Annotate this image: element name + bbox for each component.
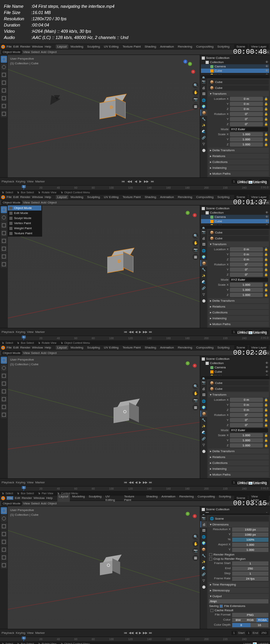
tab-uv[interactable]: UV Editing (104, 494, 122, 502)
outliner-camera[interactable]: Camera👁 (201, 365, 269, 370)
ptab-particle[interactable]: ✨ (200, 122, 207, 128)
tl-playback[interactable]: Playback (2, 330, 14, 334)
timeline-cursor[interactable] (23, 186, 24, 190)
rot-z[interactable]: 0° (230, 122, 263, 126)
camera-icon[interactable]: 📷 (192, 247, 199, 253)
next-key-icon[interactable]: ▶▶ (143, 180, 149, 183)
menu-add[interactable]: Add (41, 50, 46, 54)
ptab-view[interactable]: 🖼 (200, 91, 207, 97)
menu-add[interactable]: Add (41, 351, 46, 355)
navigation-gizmo[interactable]: XYZ (176, 59, 196, 78)
ptab-data[interactable]: ▽ (200, 291, 207, 297)
tool-move[interactable] (1, 71, 7, 78)
tool-measure[interactable] (1, 261, 7, 268)
tab-scripting[interactable]: Scripting (217, 494, 233, 502)
output-path[interactable]: /tmp\ (209, 599, 268, 603)
tab-layout[interactable]: Layout (56, 44, 68, 49)
menu-edit[interactable]: Edit (13, 195, 19, 199)
timeline-track[interactable]: 020406080100120140160180200220240 (0, 486, 270, 491)
menu-file[interactable]: File (7, 45, 12, 48)
tab-rendering[interactable]: Rendering (176, 44, 194, 49)
mode-vertex[interactable]: Vertex Paint (8, 221, 41, 226)
tool-move[interactable] (1, 222, 7, 229)
tab-animation[interactable]: Animation (158, 195, 176, 199)
ptab-constraint[interactable]: 🔗 (200, 285, 207, 291)
outliner-scene[interactable]: Scene Collection (201, 56, 269, 60)
navigation-gizmo[interactable]: XYZ (184, 360, 196, 372)
tab-shading[interactable]: Shading (143, 345, 158, 350)
tool-scale[interactable] (1, 388, 7, 395)
outliner-collection[interactable]: Collection👁 (201, 211, 269, 215)
tl-playback[interactable]: Playback (2, 180, 14, 183)
ptab-scene[interactable]: 🌐 (200, 97, 207, 103)
tab-compositing[interactable]: Compositing (195, 345, 215, 350)
tab-compositing[interactable]: Compositing (195, 195, 215, 199)
tab-texture[interactable]: Texture Paint (121, 44, 142, 49)
navigation-gizmo[interactable]: XYZ (184, 209, 196, 221)
tl-marker[interactable]: Marker (35, 180, 45, 183)
tab-texture[interactable]: Texture Paint (121, 345, 142, 350)
tool-measure[interactable] (1, 411, 7, 418)
tl-view[interactable]: View (27, 180, 34, 183)
aspect-y[interactable]: 1.000 (232, 548, 268, 552)
ptab-modifier[interactable]: 🔧 (200, 116, 207, 122)
rot-y[interactable]: 0° (230, 117, 263, 121)
current-frame[interactable]: 1 (231, 330, 237, 334)
tab-shading[interactable]: Shading (143, 195, 158, 199)
timeline-cursor[interactable] (23, 637, 24, 641)
tab-sculpting[interactable]: Sculpting (85, 195, 101, 199)
tab-modeling[interactable]: Modeling (69, 345, 85, 350)
tab-layout[interactable]: Layout (57, 494, 70, 502)
menu-window[interactable]: Window (34, 496, 44, 500)
timeline-track[interactable]: 020406080100120140160180200220240 (0, 336, 270, 340)
tab-modeling[interactable]: Modeling (69, 195, 85, 199)
res-x[interactable]: 1920 px (232, 527, 268, 532)
tab-animation[interactable]: Animation (158, 345, 176, 350)
scl-z[interactable]: 1.000 (230, 293, 263, 297)
rot-y[interactable]: 0° (230, 267, 263, 272)
ptab-output[interactable]: 🖨 (200, 85, 207, 91)
tab-rendering[interactable]: Rendering (176, 195, 194, 199)
viewport-3d[interactable]: Object Mode Edit Mode Sculpt Mode Vertex… (8, 205, 200, 328)
tab-layout[interactable]: Layout (56, 345, 68, 350)
section-instancing[interactable]: Instancing (208, 316, 269, 321)
tool-select[interactable] (1, 56, 7, 63)
tab-shading[interactable]: Shading (144, 494, 159, 502)
tool-select[interactable] (1, 206, 7, 213)
mode-dropdown[interactable]: Object Mode (1, 351, 22, 355)
menu-help[interactable]: Help (44, 346, 51, 349)
section-motion[interactable]: Motion Paths (208, 322, 269, 327)
depth-16[interactable]: 16 (250, 623, 269, 627)
menu-edit[interactable]: Edit (13, 346, 19, 349)
ptab-material[interactable]: ⬤ (200, 147, 207, 153)
loc-y[interactable]: 0 m (230, 252, 263, 257)
tab-scripting[interactable]: Scripting (216, 195, 231, 199)
menu-render[interactable]: Render (20, 195, 30, 199)
tool-cursor[interactable] (1, 214, 7, 221)
outliner-camera[interactable]: Camera👁 (201, 64, 269, 69)
outliner-cube[interactable]: Cube👁 (201, 370, 269, 374)
menu-render[interactable]: Render (20, 346, 30, 349)
timeline-cursor[interactable] (23, 336, 24, 340)
frame-rate[interactable]: 24 fps (232, 577, 268, 581)
file-format[interactable]: PNG (232, 613, 268, 617)
pan-icon[interactable]: ✋ (192, 390, 199, 396)
rot-x[interactable]: 0° (230, 112, 263, 116)
tool-cursor[interactable] (1, 364, 7, 372)
ptab-physics[interactable]: 🌊 (200, 279, 207, 285)
depth-8[interactable]: 8 (232, 623, 250, 627)
camera-icon[interactable]: 📷 (192, 397, 199, 403)
mode-dropdown[interactable]: Object Mode (1, 50, 22, 54)
loc-z[interactable]: 0 m (230, 107, 263, 111)
current-frame[interactable]: 1 (231, 179, 237, 184)
mode-dropdown[interactable]: Object Mode (1, 200, 22, 205)
menu-window[interactable]: Window (32, 346, 43, 349)
menu-view[interactable]: View (23, 201, 30, 204)
section-transform[interactable]: Transform (208, 392, 269, 397)
tool-annotate[interactable] (1, 403, 7, 410)
menu-render[interactable]: Render (20, 45, 30, 48)
prev-key-icon[interactable]: ◀◀ (126, 180, 133, 183)
ptab-data[interactable]: ▽ (200, 141, 207, 147)
fileext-check[interactable] (220, 605, 223, 608)
tab-sculpting[interactable]: Sculpting (85, 44, 101, 49)
